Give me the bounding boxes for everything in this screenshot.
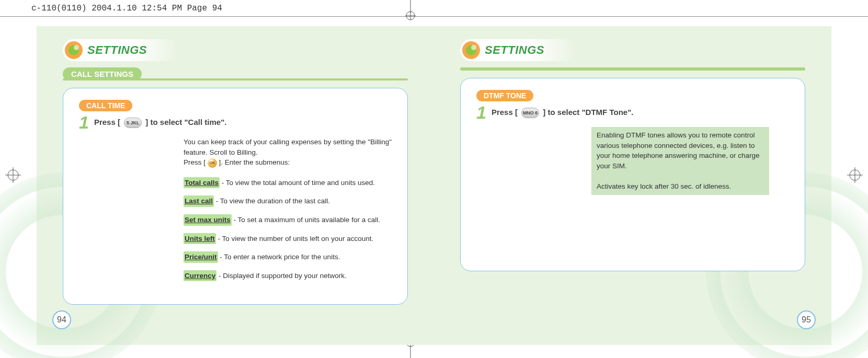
item-total-calls: Total calls - To view the total amount o… — [184, 177, 392, 189]
item-currency: Currency - Displayed if supported by you… — [184, 270, 392, 282]
intro-paragraph: You can keep track of your calling expen… — [184, 137, 392, 168]
box-title-left: CALL TIME — [79, 100, 132, 111]
item-label: Units left — [184, 233, 216, 245]
subsection-rule-right — [460, 67, 805, 71]
file-info: c-110(0110) 2004.1.10 12:54 PM Page 94 — [31, 4, 222, 13]
step-text: Press [ MNO 6 ] to select "DTMF Tone". — [492, 108, 634, 118]
step-number: 1 — [476, 106, 486, 120]
item-units-left: Units left - To view the number of units… — [184, 233, 392, 245]
dtmf-para2: Activates key lock after 30 sec. of idle… — [597, 181, 764, 192]
item-last-call: Last call - To view the duration of the … — [184, 195, 392, 207]
step-1-left: 1 Press [ 5 JKL ] to select "Call time". — [79, 116, 392, 130]
section-header-right: SETTINGS — [460, 39, 805, 61]
step-1-right: 1 Press [ MNO 6 ] to select "DTMF Tone". — [476, 106, 789, 120]
section-title: SETTINGS — [485, 43, 544, 57]
key-6-icon: MNO 6 — [521, 108, 539, 118]
page-right: SETTINGS DTMF TONE 1 Press [ MNO 6 ] to … — [434, 26, 831, 345]
orb-icon — [462, 41, 481, 60]
step-prefix: Press [ — [492, 108, 518, 117]
item-price-unit: Price/unit - To enter a network price fo… — [184, 251, 392, 263]
crop-mark-top — [405, 0, 416, 21]
content-card-right: DTMF TONE 1 Press [ MNO 6 ] to select "D… — [460, 78, 805, 271]
orb-icon — [64, 41, 83, 60]
item-desc: - To set a maximum of units available fo… — [232, 216, 380, 224]
dtmf-description: Enabling DTMF tones allows you to remote… — [591, 127, 769, 194]
intro-line2a: Press [ — [184, 158, 205, 166]
registration-mark-left — [5, 167, 21, 185]
step-text: Press [ 5 JKL ] to select "Call time". — [94, 118, 227, 128]
item-label: Last call — [184, 195, 214, 207]
intro-line2b: ]. Enter the submenus: — [219, 158, 290, 166]
section-header-left: SETTINGS — [63, 39, 408, 61]
header-pill: SETTINGS — [63, 39, 178, 61]
subsection-label: CALL SETTINGS — [63, 67, 142, 80]
step-prefix: Press [ — [94, 118, 120, 126]
step-suffix: ] to select "DTMF Tone". — [543, 108, 633, 117]
body-block-left: You can keep track of your calling expen… — [184, 137, 392, 281]
header-pill: SETTINGS — [460, 39, 576, 61]
key-5-icon: 5 JKL — [124, 118, 142, 128]
item-label: Set max units — [184, 214, 232, 226]
subsection-row: CALL SETTINGS — [63, 67, 408, 80]
item-label: Currency — [184, 270, 216, 282]
item-desc: - To view the duration of the last call. — [214, 197, 330, 205]
item-label: Total calls — [184, 177, 220, 189]
page-left: SETTINGS CALL SETTINGS CALL TIME 1 Press… — [37, 26, 434, 345]
item-desc: - To view the number of units left on yo… — [216, 235, 373, 242]
content-card-left: CALL TIME 1 Press [ 5 JKL ] to select "C… — [63, 88, 408, 305]
step-suffix: ] to select "Call time". — [145, 118, 226, 126]
page-number-left: 94 — [52, 310, 71, 329]
ok-button-icon: OK — [208, 158, 217, 168]
registration-mark-right — [847, 167, 863, 185]
step-number: 1 — [79, 116, 89, 130]
svg-point-15 — [74, 45, 79, 50]
svg-point-18 — [471, 45, 476, 50]
item-desc: - To view the total amount of time and u… — [220, 179, 375, 187]
page-spread: SETTINGS CALL SETTINGS CALL TIME 1 Press… — [37, 26, 831, 345]
dtmf-para1: Enabling DTMF tones allows you to remote… — [597, 130, 764, 171]
section-title: SETTINGS — [87, 43, 147, 57]
page-number-right: 95 — [797, 310, 816, 329]
box-title-right: DTMF TONE — [476, 90, 533, 101]
print-header: c-110(0110) 2004.1.10 12:54 PM Page 94 — [0, 0, 868, 17]
item-desc: - To enter a network price for the units… — [218, 253, 340, 261]
intro-line1: You can keep track of your calling expen… — [184, 138, 392, 156]
item-desc: - Displayed if supported by your network… — [216, 272, 346, 280]
item-label: Price/unit — [184, 251, 218, 263]
item-set-max-units: Set max units - To set a maximum of unit… — [184, 214, 392, 226]
